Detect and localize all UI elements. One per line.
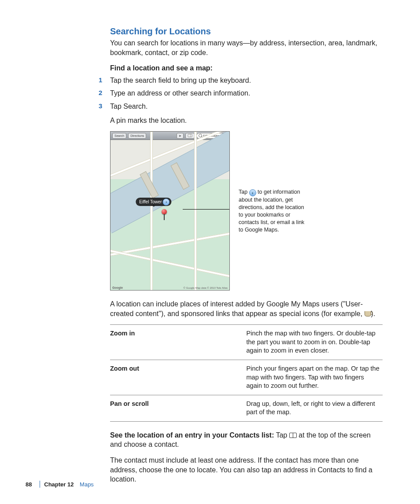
steps-list: Tap the search field to bring up the key… [110, 76, 383, 111]
gesture-desc: Pinch your fingers apart on the map. Or … [247, 360, 383, 395]
info-icon: › [249, 189, 256, 196]
gestures-table: Zoom in Pinch the map with two fingers. … [110, 324, 383, 422]
paragraph-text-pre: A location can include places of interes… [110, 300, 365, 317]
map-road [110, 248, 230, 282]
gesture-name: Zoom out [110, 360, 247, 395]
gesture-name: Pan or scroll [110, 395, 247, 421]
toolbar-directions-button[interactable]: Directions [128, 133, 146, 139]
annotation-text-post: to get information about the location, g… [239, 189, 304, 233]
info-icon[interactable]: › [163, 199, 170, 206]
gesture-name: Zoom in [110, 325, 247, 360]
figure-annotation: Tap › to get information about the locat… [239, 188, 305, 234]
bookmarks-icon[interactable] [185, 133, 195, 139]
map-road [150, 132, 153, 291]
table-row: Zoom in Pinch the map with two fingers. … [110, 325, 383, 360]
gesture-desc: Drag up, down, left, or right to view a … [247, 395, 383, 421]
step-item: Type an address or other search informat… [110, 88, 383, 98]
map-road [194, 132, 197, 291]
contacts-paragraph-2: The contact must include at least one ad… [110, 456, 383, 484]
map-figure: Search Directions ➤ Eiffel Tower [110, 131, 383, 291]
pin-callout[interactable]: Eiffel Tower › [136, 198, 171, 206]
map-river [110, 131, 230, 233]
contacts-lead: See the location of an entry in your Con… [110, 431, 274, 439]
user-content-paragraph: A location can include places of interes… [110, 299, 383, 318]
gesture-desc: Pinch the map with two fingers. Or doubl… [247, 325, 383, 360]
table-row: Zoom out Pinch your fingers apart on the… [110, 360, 383, 395]
find-location-heading: Find a location and see a map: [110, 63, 383, 73]
pin-sentence: A pin marks the location. [110, 116, 383, 125]
section-heading: Searching for Locations [110, 26, 383, 37]
footer-divider [40, 481, 40, 488]
map-screenshot: Search Directions ➤ Eiffel Tower [110, 131, 230, 291]
callout-leader-line [183, 209, 230, 210]
pin-label: Eiffel Tower [139, 199, 162, 204]
page-number: 88 [26, 481, 37, 488]
bookmarks-icon [289, 433, 297, 438]
map-credit: © Google Map data © 2010 Tele Atlas [184, 287, 228, 289]
map-pin [162, 209, 167, 214]
chapter-label: Chapter 12 [44, 481, 74, 488]
sponsored-link-icon [365, 311, 371, 316]
page-footer: 88 Chapter 12 Maps [26, 481, 383, 488]
contacts-paragraph: See the location of an entry in your Con… [110, 430, 383, 449]
contacts-tail-pre: Tap [274, 431, 289, 439]
annotation-text-pre: Tap [239, 189, 249, 195]
step-item: Tap Search. [110, 102, 383, 111]
locate-icon[interactable]: ➤ [177, 133, 184, 139]
step-item: Tap the search field to bring up the key… [110, 76, 383, 85]
table-row: Pan or scroll Drag up, down, left, or ri… [110, 395, 383, 421]
chapter-name: Maps [80, 481, 94, 488]
toolbar-search-button[interactable]: Search [112, 133, 126, 139]
google-logo: Google [112, 286, 123, 289]
intro-paragraph: You can search for locations in many way… [110, 38, 383, 57]
